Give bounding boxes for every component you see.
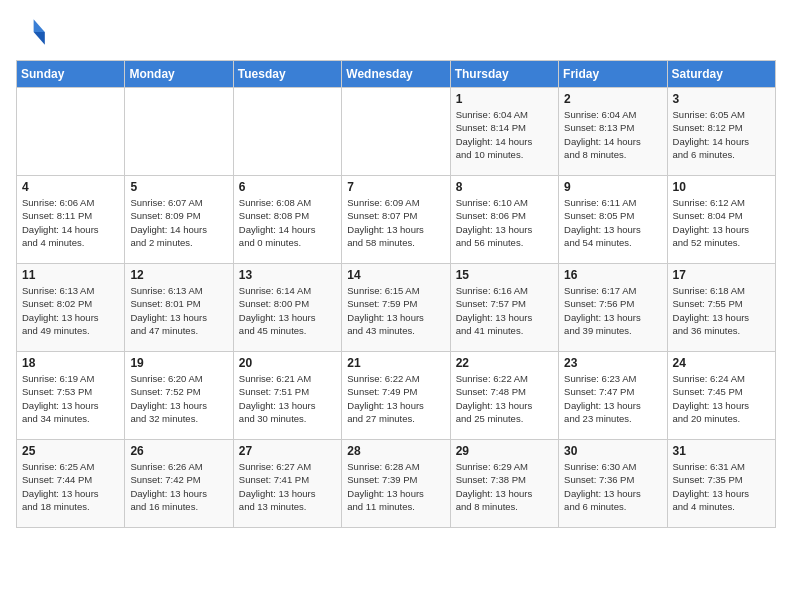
calendar-cell: 22Sunrise: 6:22 AM Sunset: 7:48 PM Dayli… xyxy=(450,352,558,440)
day-number: 6 xyxy=(239,180,336,194)
calendar-cell: 25Sunrise: 6:25 AM Sunset: 7:44 PM Dayli… xyxy=(17,440,125,528)
calendar-week-row: 1Sunrise: 6:04 AM Sunset: 8:14 PM Daylig… xyxy=(17,88,776,176)
weekday-header: Tuesday xyxy=(233,61,341,88)
day-number: 28 xyxy=(347,444,444,458)
svg-marker-1 xyxy=(34,32,45,45)
day-number: 15 xyxy=(456,268,553,282)
calendar-cell: 12Sunrise: 6:13 AM Sunset: 8:01 PM Dayli… xyxy=(125,264,233,352)
calendar-header: SundayMondayTuesdayWednesdayThursdayFrid… xyxy=(17,61,776,88)
day-info: Sunrise: 6:30 AM Sunset: 7:36 PM Dayligh… xyxy=(564,460,661,513)
calendar-week-row: 4Sunrise: 6:06 AM Sunset: 8:11 PM Daylig… xyxy=(17,176,776,264)
day-number: 21 xyxy=(347,356,444,370)
day-info: Sunrise: 6:13 AM Sunset: 8:01 PM Dayligh… xyxy=(130,284,227,337)
day-info: Sunrise: 6:27 AM Sunset: 7:41 PM Dayligh… xyxy=(239,460,336,513)
logo xyxy=(16,16,54,48)
day-number: 4 xyxy=(22,180,119,194)
day-number: 3 xyxy=(673,92,770,106)
day-info: Sunrise: 6:17 AM Sunset: 7:56 PM Dayligh… xyxy=(564,284,661,337)
calendar-cell: 19Sunrise: 6:20 AM Sunset: 7:52 PM Dayli… xyxy=(125,352,233,440)
calendar-cell: 6Sunrise: 6:08 AM Sunset: 8:08 PM Daylig… xyxy=(233,176,341,264)
calendar-cell: 24Sunrise: 6:24 AM Sunset: 7:45 PM Dayli… xyxy=(667,352,775,440)
day-info: Sunrise: 6:22 AM Sunset: 7:48 PM Dayligh… xyxy=(456,372,553,425)
svg-marker-0 xyxy=(34,19,45,32)
calendar-cell: 14Sunrise: 6:15 AM Sunset: 7:59 PM Dayli… xyxy=(342,264,450,352)
calendar-cell: 29Sunrise: 6:29 AM Sunset: 7:38 PM Dayli… xyxy=(450,440,558,528)
day-number: 5 xyxy=(130,180,227,194)
day-info: Sunrise: 6:07 AM Sunset: 8:09 PM Dayligh… xyxy=(130,196,227,249)
day-info: Sunrise: 6:16 AM Sunset: 7:57 PM Dayligh… xyxy=(456,284,553,337)
calendar-cell: 9Sunrise: 6:11 AM Sunset: 8:05 PM Daylig… xyxy=(559,176,667,264)
day-number: 9 xyxy=(564,180,661,194)
day-number: 2 xyxy=(564,92,661,106)
day-number: 23 xyxy=(564,356,661,370)
day-number: 22 xyxy=(456,356,553,370)
day-number: 26 xyxy=(130,444,227,458)
weekday-header: Thursday xyxy=(450,61,558,88)
calendar-cell: 17Sunrise: 6:18 AM Sunset: 7:55 PM Dayli… xyxy=(667,264,775,352)
calendar-week-row: 18Sunrise: 6:19 AM Sunset: 7:53 PM Dayli… xyxy=(17,352,776,440)
day-number: 19 xyxy=(130,356,227,370)
day-info: Sunrise: 6:09 AM Sunset: 8:07 PM Dayligh… xyxy=(347,196,444,249)
calendar-cell: 30Sunrise: 6:30 AM Sunset: 7:36 PM Dayli… xyxy=(559,440,667,528)
day-info: Sunrise: 6:20 AM Sunset: 7:52 PM Dayligh… xyxy=(130,372,227,425)
calendar-cell xyxy=(233,88,341,176)
calendar-cell: 11Sunrise: 6:13 AM Sunset: 8:02 PM Dayli… xyxy=(17,264,125,352)
day-info: Sunrise: 6:08 AM Sunset: 8:08 PM Dayligh… xyxy=(239,196,336,249)
calendar-body: 1Sunrise: 6:04 AM Sunset: 8:14 PM Daylig… xyxy=(17,88,776,528)
day-info: Sunrise: 6:29 AM Sunset: 7:38 PM Dayligh… xyxy=(456,460,553,513)
day-number: 13 xyxy=(239,268,336,282)
calendar-cell: 2Sunrise: 6:04 AM Sunset: 8:13 PM Daylig… xyxy=(559,88,667,176)
day-info: Sunrise: 6:14 AM Sunset: 8:00 PM Dayligh… xyxy=(239,284,336,337)
day-info: Sunrise: 6:12 AM Sunset: 8:04 PM Dayligh… xyxy=(673,196,770,249)
day-number: 30 xyxy=(564,444,661,458)
calendar-cell: 26Sunrise: 6:26 AM Sunset: 7:42 PM Dayli… xyxy=(125,440,233,528)
day-number: 20 xyxy=(239,356,336,370)
weekday-row: SundayMondayTuesdayWednesdayThursdayFrid… xyxy=(17,61,776,88)
day-info: Sunrise: 6:25 AM Sunset: 7:44 PM Dayligh… xyxy=(22,460,119,513)
calendar-cell: 1Sunrise: 6:04 AM Sunset: 8:14 PM Daylig… xyxy=(450,88,558,176)
weekday-header: Monday xyxy=(125,61,233,88)
weekday-header: Wednesday xyxy=(342,61,450,88)
calendar-cell: 4Sunrise: 6:06 AM Sunset: 8:11 PM Daylig… xyxy=(17,176,125,264)
day-info: Sunrise: 6:23 AM Sunset: 7:47 PM Dayligh… xyxy=(564,372,661,425)
day-info: Sunrise: 6:06 AM Sunset: 8:11 PM Dayligh… xyxy=(22,196,119,249)
calendar-week-row: 25Sunrise: 6:25 AM Sunset: 7:44 PM Dayli… xyxy=(17,440,776,528)
calendar-cell: 16Sunrise: 6:17 AM Sunset: 7:56 PM Dayli… xyxy=(559,264,667,352)
calendar-cell xyxy=(342,88,450,176)
calendar-cell xyxy=(125,88,233,176)
calendar-table: SundayMondayTuesdayWednesdayThursdayFrid… xyxy=(16,60,776,528)
day-number: 11 xyxy=(22,268,119,282)
day-info: Sunrise: 6:11 AM Sunset: 8:05 PM Dayligh… xyxy=(564,196,661,249)
day-number: 8 xyxy=(456,180,553,194)
day-number: 16 xyxy=(564,268,661,282)
calendar-cell: 27Sunrise: 6:27 AM Sunset: 7:41 PM Dayli… xyxy=(233,440,341,528)
calendar-cell: 28Sunrise: 6:28 AM Sunset: 7:39 PM Dayli… xyxy=(342,440,450,528)
calendar-cell: 8Sunrise: 6:10 AM Sunset: 8:06 PM Daylig… xyxy=(450,176,558,264)
calendar-week-row: 11Sunrise: 6:13 AM Sunset: 8:02 PM Dayli… xyxy=(17,264,776,352)
logo-icon xyxy=(16,16,48,48)
day-info: Sunrise: 6:19 AM Sunset: 7:53 PM Dayligh… xyxy=(22,372,119,425)
weekday-header: Sunday xyxy=(17,61,125,88)
day-number: 14 xyxy=(347,268,444,282)
day-info: Sunrise: 6:21 AM Sunset: 7:51 PM Dayligh… xyxy=(239,372,336,425)
calendar-cell: 20Sunrise: 6:21 AM Sunset: 7:51 PM Dayli… xyxy=(233,352,341,440)
day-info: Sunrise: 6:24 AM Sunset: 7:45 PM Dayligh… xyxy=(673,372,770,425)
calendar-cell: 3Sunrise: 6:05 AM Sunset: 8:12 PM Daylig… xyxy=(667,88,775,176)
day-number: 12 xyxy=(130,268,227,282)
day-number: 27 xyxy=(239,444,336,458)
day-number: 31 xyxy=(673,444,770,458)
calendar-cell: 18Sunrise: 6:19 AM Sunset: 7:53 PM Dayli… xyxy=(17,352,125,440)
day-number: 17 xyxy=(673,268,770,282)
day-number: 25 xyxy=(22,444,119,458)
day-info: Sunrise: 6:10 AM Sunset: 8:06 PM Dayligh… xyxy=(456,196,553,249)
calendar-cell: 13Sunrise: 6:14 AM Sunset: 8:00 PM Dayli… xyxy=(233,264,341,352)
weekday-header: Saturday xyxy=(667,61,775,88)
day-info: Sunrise: 6:26 AM Sunset: 7:42 PM Dayligh… xyxy=(130,460,227,513)
calendar-cell: 5Sunrise: 6:07 AM Sunset: 8:09 PM Daylig… xyxy=(125,176,233,264)
day-info: Sunrise: 6:13 AM Sunset: 8:02 PM Dayligh… xyxy=(22,284,119,337)
calendar-cell: 7Sunrise: 6:09 AM Sunset: 8:07 PM Daylig… xyxy=(342,176,450,264)
day-info: Sunrise: 6:04 AM Sunset: 8:14 PM Dayligh… xyxy=(456,108,553,161)
day-number: 1 xyxy=(456,92,553,106)
calendar-cell xyxy=(17,88,125,176)
calendar-cell: 10Sunrise: 6:12 AM Sunset: 8:04 PM Dayli… xyxy=(667,176,775,264)
